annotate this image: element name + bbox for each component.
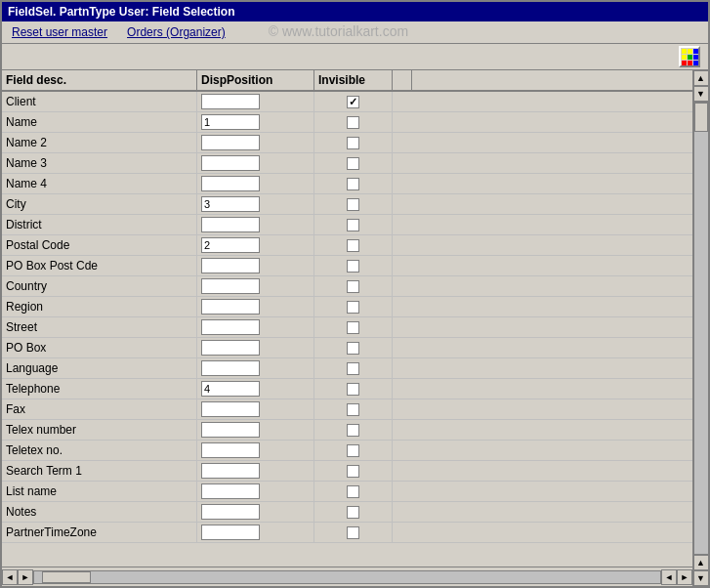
hscroll-right-btn[interactable]: ► [18,569,33,585]
vscroll-up-btn[interactable]: ▲ [693,70,709,86]
cell-disp-name4[interactable] [197,174,314,193]
cell-invisible-search-term-1[interactable] [314,461,393,481]
checkbox-invisible-language[interactable] [347,362,359,375]
input-disp-street[interactable] [201,319,260,335]
checkbox-invisible-district[interactable] [347,219,359,231]
input-disp-telex-number[interactable] [201,422,260,438]
input-disp-po-box[interactable] [201,340,260,356]
cell-invisible-postal-code[interactable] [314,235,393,255]
cell-invisible-list-name[interactable] [314,482,393,501]
checkbox-invisible-partner-timezone[interactable] [347,526,359,539]
vscroll-down-btn[interactable]: ▼ [693,86,709,102]
cell-invisible-notes[interactable] [314,502,393,522]
hscroll-left-btn[interactable]: ◄ [2,569,18,585]
cell-disp-name[interactable] [197,112,314,132]
cell-disp-partner-timezone[interactable] [197,523,314,542]
menu-reset-user-master[interactable]: Reset user master [6,23,113,41]
cell-disp-country[interactable] [197,276,314,296]
cell-disp-teletex-no[interactable] [197,441,314,460]
checkbox-invisible-search-term-1[interactable] [347,465,359,478]
cell-invisible-street[interactable] [314,317,393,337]
checkbox-invisible-telephone[interactable] [347,383,359,396]
checkbox-invisible-telex-number[interactable] [347,424,359,437]
cell-invisible-name4[interactable] [314,174,393,193]
cell-invisible-district[interactable] [314,215,393,234]
input-disp-city[interactable] [201,196,260,212]
checkbox-invisible-name2[interactable] [347,137,359,149]
cell-invisible-language[interactable] [314,358,393,378]
input-disp-country[interactable] [201,278,260,294]
input-disp-notes[interactable] [201,504,260,520]
vscroll-bottom-down-btn[interactable]: ▼ [693,570,709,586]
input-disp-telephone[interactable] [201,381,260,397]
cell-disp-telephone[interactable] [197,379,314,399]
cell-invisible-po-box-post-cde[interactable] [314,256,393,275]
hscroll-track[interactable] [33,570,661,584]
cell-disp-postal-code[interactable] [197,235,314,255]
cell-disp-city[interactable] [197,194,314,214]
checkbox-invisible-fax[interactable] [347,403,359,416]
input-disp-client[interactable] [201,94,260,109]
checkbox-invisible-city[interactable] [347,198,359,211]
cell-disp-search-term-1[interactable] [197,461,314,481]
cell-disp-telex-number[interactable] [197,420,314,440]
cell-disp-fax[interactable] [197,399,314,419]
cell-disp-region[interactable] [197,297,314,316]
hscroll-thumb[interactable] [42,571,91,583]
checkbox-invisible-notes[interactable] [347,506,359,519]
checkbox-invisible-street[interactable] [347,321,359,334]
hscroll-end-left-btn[interactable]: ◄ [661,569,677,585]
grid-icon-button[interactable] [679,46,700,67]
cell-disp-client[interactable] [197,92,314,111]
cell-disp-list-name[interactable] [197,482,314,501]
checkbox-invisible-teletex-no[interactable] [347,444,359,457]
vscroll-thumb[interactable] [694,103,708,132]
cell-invisible-telex-number[interactable] [314,420,393,440]
cell-invisible-po-box[interactable] [314,338,393,357]
cell-invisible-name2[interactable] [314,133,393,152]
checkbox-invisible-name4[interactable] [347,178,359,190]
cell-disp-name3[interactable] [197,153,314,173]
cell-disp-name2[interactable] [197,133,314,152]
cell-invisible-region[interactable] [314,297,393,316]
cell-invisible-country[interactable] [314,276,393,296]
cell-disp-po-box-post-cde[interactable] [197,256,314,275]
input-disp-name4[interactable] [201,176,260,191]
checkbox-invisible-country[interactable] [347,280,359,293]
input-disp-po-box-post-cde[interactable] [201,258,260,273]
checkbox-invisible-po-box[interactable] [347,342,359,355]
cell-invisible-name3[interactable] [314,153,393,173]
vscroll-bottom-up-btn[interactable]: ▲ [693,555,709,570]
input-disp-search-term-1[interactable] [201,463,260,479]
input-disp-fax[interactable] [201,401,260,417]
checkbox-invisible-region[interactable] [347,301,359,314]
vscroll-track[interactable] [693,102,709,555]
cell-disp-po-box[interactable] [197,338,314,357]
input-disp-postal-code[interactable] [201,237,260,253]
cell-invisible-partner-timezone[interactable] [314,523,393,542]
checkbox-invisible-list-name[interactable] [347,485,359,498]
cell-disp-street[interactable] [197,317,314,337]
input-disp-name2[interactable] [201,135,260,150]
cell-invisible-teletex-no[interactable] [314,441,393,460]
input-disp-district[interactable] [201,217,260,232]
cell-disp-language[interactable] [197,358,314,378]
cell-disp-notes[interactable] [197,502,314,522]
input-disp-region[interactable] [201,299,260,315]
cell-invisible-telephone[interactable] [314,379,393,399]
checkbox-invisible-name[interactable] [347,116,359,129]
input-disp-name3[interactable] [201,155,260,171]
cell-invisible-client[interactable] [314,92,393,111]
input-disp-name[interactable] [201,114,260,130]
cell-invisible-fax[interactable] [314,399,393,419]
checkbox-invisible-po-box-post-cde[interactable] [347,260,359,273]
input-disp-list-name[interactable] [201,483,260,499]
hscroll-end-right-btn[interactable]: ► [677,569,692,585]
input-disp-language[interactable] [201,360,260,376]
cell-invisible-city[interactable] [314,194,393,214]
input-disp-teletex-no[interactable] [201,442,260,458]
cell-disp-district[interactable] [197,215,314,234]
cell-invisible-name[interactable] [314,112,393,132]
checkbox-invisible-client[interactable] [347,96,359,108]
checkbox-invisible-name3[interactable] [347,157,359,170]
